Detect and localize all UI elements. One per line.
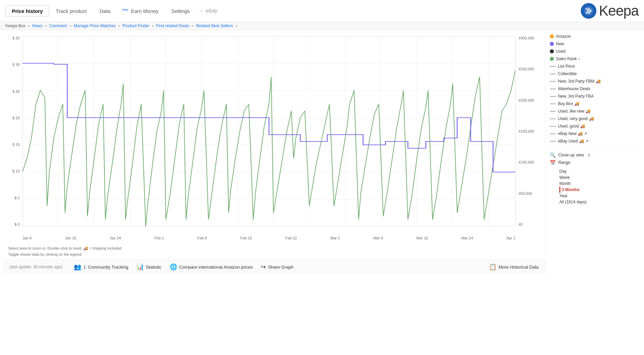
globe-icon: 🌐 [170,263,177,271]
statistic-item[interactable]: 📊 Statistic [136,263,162,271]
subnav: Keepa Box ✦ News ✦ Comment ✦ Manage Pric… [0,22,644,30]
share-item[interactable]: ↪ Share Graph [261,263,293,271]
new-badge: new [122,8,128,12]
nav-tabs: Price history Track product Data new Ear… [5,5,581,17]
ebay-link[interactable]: ebay [206,8,218,14]
search-icon: 🔍 [550,152,556,158]
sales-rank-label: Sales Rank ↕ [556,56,580,62]
chart-svg[interactable] [22,36,515,226]
legend-sales-rank[interactable]: Sales Rank ↕ [550,55,640,63]
range-week[interactable]: Week [559,174,640,181]
used-label: Used [556,48,565,54]
range-day[interactable]: Day [559,168,640,174]
legend-warehouse-deals[interactable]: Warehouse Deals [550,85,640,92]
range-year[interactable]: Year [559,193,640,199]
new-3p-fbm-line [550,81,556,82]
subnav-keepabox[interactable]: Keepa Box [5,23,26,28]
price-y-axis: $ 35 $ 30 $ 25 $ 20 $ 15 $ 10 $ 5 $ 0 [5,36,21,226]
buy-box-label: Buy Box 🚚 [558,101,579,107]
legend-new[interactable]: New [550,40,640,48]
right-panel: Amazon New Used Sales Rank ↕ List Price [545,30,644,274]
sales-rank-dot [550,57,554,61]
legend-used-very-good[interactable]: Used, very good 🚚 [550,115,640,122]
last-update: (last update: 30 minutes ago) [10,265,62,269]
tab-price-history[interactable]: Price history [5,5,49,17]
list-price-line [550,66,556,67]
tab-settings[interactable]: Settings [165,5,196,17]
x-axis-labels: Jan 8 Jan 16 Jan 24 Feb 1 Feb 8 Feb 15 F… [22,236,515,240]
warehouse-deals-label: Warehouse Deals [558,86,590,92]
tab-track-product[interactable]: Track product [49,5,93,17]
legend-section: Amazon New Used Sales Rank ↕ List Price [550,33,640,145]
legend-new-3p-fba[interactable]: New, 3rd Party FBA [550,92,640,100]
legend-list-price[interactable]: List Price [550,63,640,70]
community-tracking-item[interactable]: 👥 1 Community Tracking [74,263,128,271]
ebay-used-line [550,141,556,142]
toggle-icon[interactable]: ⏸ [587,152,591,158]
new-3p-fba-line [550,96,556,97]
community-label: Community Tracking [88,265,128,270]
compare-item[interactable]: 🌐 Compare international Amazon prices [170,263,253,271]
used-like-new-line [550,111,556,112]
legend-amazon[interactable]: Amazon [550,33,640,40]
ebay-new-label: eBay New 🚚 ↗ [558,131,587,137]
range-month[interactable]: Month [559,181,640,187]
arrow-icon: → [198,8,204,14]
amazon-label: Amazon [556,33,571,39]
used-like-new-label: Used, like new 🚚 [558,108,591,114]
range-all[interactable]: All (1614 days) [559,199,640,205]
chart-svg-container[interactable] [22,36,515,226]
legend-ebay-used[interactable]: eBay Used 🚚 ↗ [550,137,640,145]
ebay-used-label: eBay Used 🚚 ↗ [558,138,589,144]
tab-earn-money[interactable]: new Earn Money [117,5,165,17]
keepa-logo: Keepa [581,3,639,19]
statistic-label: Statistic [146,265,162,270]
subnav-price-watches[interactable]: Manage Price Watches [74,23,116,28]
legend-used[interactable]: Used [550,48,640,55]
new-3p-fba-label: New, 3rd Party FBA [558,93,594,99]
instruction-zoom: Select area to zoom in. Double-click to … [8,246,121,250]
list-price-label: List Price [558,63,575,69]
rank-y-axis: #300,000 #250,000 #200,000 #150,000 #100… [517,36,543,226]
collectible-label: Collectible [558,71,577,77]
range-3months[interactable]: 3 Months [559,187,640,193]
legend-new-3p-fbm[interactable]: New, 3rd Party FBM 🚚 [550,78,640,85]
logo-text: Keepa [599,3,639,19]
range-row: 📅 Range [550,159,640,166]
warehouse-deals-line [550,88,556,89]
instruction-toggle: Toggle shown data by clicking on the leg… [8,252,82,256]
header: Price history Track product Data new Ear… [0,0,644,22]
used-very-good-line [550,118,556,119]
range-label: Range [558,160,570,165]
chart-area: $ 35 $ 30 $ 25 $ 20 $ 15 $ 10 $ 5 $ 0 [0,30,545,274]
share-icon: ↪ [261,263,266,271]
legend-used-good[interactable]: Used, good 🚚 [550,122,640,130]
calendar-icon: 📅 [550,160,556,165]
legend-collectible[interactable]: Collectible [550,70,640,78]
chart-footer: Select area to zoom in. Double-click to … [3,243,545,259]
closeup-row[interactable]: 🔍 Close-up view ⏸ [550,151,640,159]
closeup-label: Close-up view [558,153,584,157]
subnav-comment[interactable]: Comment [49,23,67,28]
community-icon: 👥 [74,263,81,271]
tab-data[interactable]: Data [93,5,117,17]
subnav-best-sellers[interactable]: Related Best Sellers [196,23,233,28]
used-dot [550,49,554,53]
collectible-line [550,73,556,74]
more-data-item[interactable]: 📋 More Historical Data [489,263,539,271]
logo-svg [583,6,594,16]
range-section: Day Week Month 3 Months Year All (1614 d… [550,168,640,205]
legend-used-like-new[interactable]: Used, like new 🚚 [550,107,640,115]
compare-label: Compare international Amazon prices [179,265,253,270]
legend-ebay-new[interactable]: eBay New 🚚 ↗ [550,130,640,137]
subnav-news[interactable]: News [32,23,43,28]
subnav-product-finder[interactable]: Product Finder [122,23,149,28]
share-label: Share Graph [268,265,293,270]
controls-section: 🔍 Close-up view ⏸ 📅 Range Day Week Month… [550,148,640,205]
legend-buy-box[interactable]: Buy Box 🚚 [550,100,640,107]
new-dot [550,42,554,46]
buy-box-line [550,103,556,104]
subnav-related-deals[interactable]: Find related Deals [156,23,189,28]
more-data-icon: 📋 [489,263,496,271]
tracker-count: 1 [83,265,86,270]
